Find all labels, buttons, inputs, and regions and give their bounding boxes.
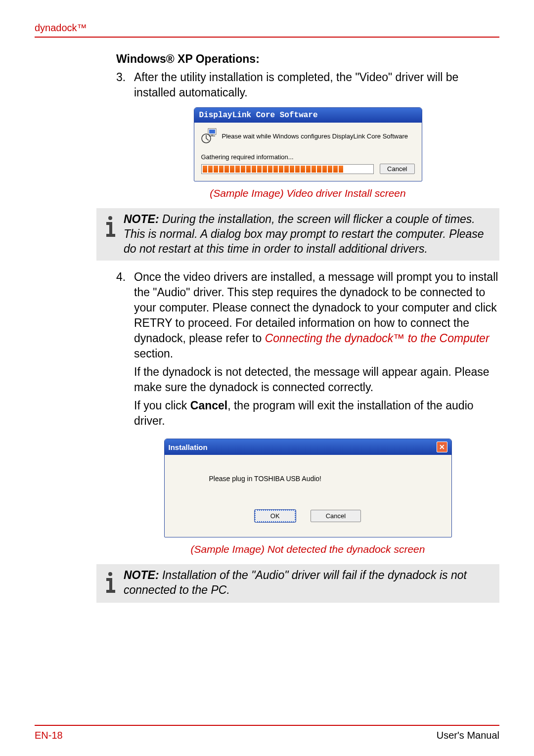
header-rule (35, 37, 499, 38)
svg-rect-2 (211, 134, 213, 135)
dialog1-cancel-button[interactable]: Cancel (380, 164, 414, 174)
installer-icon (201, 128, 218, 144)
dialog2-cancel-button[interactable]: Cancel (311, 510, 361, 522)
installation-dialog: Installation ✕ Please plug in TOSHIBA US… (164, 439, 452, 537)
dialog2-title: Installation (169, 443, 208, 451)
footer: EN-18 User's Manual (35, 725, 499, 741)
main-content: Windows® XP Operations: 3. After the uti… (116, 52, 499, 603)
connecting-link[interactable]: Connecting the dynadock™ to the Computer (265, 332, 490, 345)
dialog2-message: Please plug in TOSHIBA USB Audio! (175, 475, 442, 483)
dialog1-title: DisplayLink Core Software (194, 108, 422, 123)
caption-2: (Sample Image) Not detected the dynadock… (116, 543, 499, 555)
progress-bar (201, 164, 374, 174)
step4-p1: Once the video drivers are installed, a … (134, 269, 499, 361)
step4-p3: If you click Cancel, the program will ex… (134, 398, 499, 429)
footer-rule (35, 725, 499, 726)
step-4-number: 4. (116, 269, 134, 432)
dialog1-message: Please wait while Windows configures Dis… (222, 133, 408, 140)
note2-text: Installation of the "Audio" driver will … (124, 569, 467, 596)
step-4: 4. Once the video drivers are installed,… (116, 269, 499, 432)
caption-1: (Sample Image) Video driver Install scre… (116, 187, 499, 199)
note1-text: During the installation, the screen will… (124, 213, 484, 255)
info-icon (96, 212, 124, 243)
page-number: EN-18 (35, 730, 63, 741)
svg-rect-8 (106, 234, 115, 237)
dialog2-ok-button[interactable]: OK (255, 510, 296, 522)
section-title: Windows® XP Operations: (116, 52, 499, 66)
svg-rect-7 (109, 222, 112, 235)
info-icon (96, 568, 124, 599)
step-3-number: 3. (116, 70, 134, 100)
step4-p2: If the dynadock is not detected, the mes… (134, 364, 499, 395)
note-1: NOTE: During the installation, the scree… (96, 208, 499, 261)
svg-point-9 (108, 572, 112, 576)
step-3: 3. After the utility installation is com… (116, 70, 499, 100)
note-2: NOTE: Installation of the "Audio" driver… (96, 564, 499, 603)
note1-label: NOTE: (124, 213, 159, 225)
dialog1-status: Gathering required information... (201, 153, 415, 161)
svg-point-5 (108, 216, 112, 220)
close-icon[interactable]: ✕ (437, 442, 447, 452)
svg-rect-11 (109, 578, 112, 591)
svg-rect-1 (209, 130, 215, 133)
note2-label: NOTE: (124, 569, 159, 581)
svg-rect-12 (106, 590, 115, 593)
displaylink-dialog: DisplayLink Core Software Please wai (194, 107, 422, 181)
manual-label: User's Manual (437, 730, 499, 741)
header-brand: dynadock™ (35, 22, 499, 34)
step-3-text: After the utility installation is comple… (134, 70, 499, 100)
